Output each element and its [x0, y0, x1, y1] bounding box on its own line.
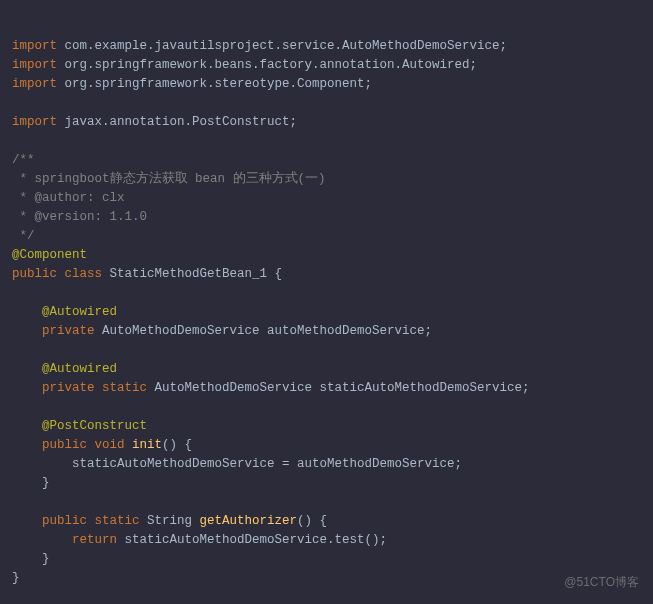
paren-open: () { [162, 438, 192, 452]
field-declaration: AutoMethodDemoService staticAutoMethodDe… [147, 381, 530, 395]
return-type: String [140, 514, 200, 528]
private-keyword: private [12, 381, 95, 395]
paren-open: () { [297, 514, 327, 528]
import-path: com.example.javautilsproject.service.Aut… [57, 39, 507, 53]
autowired-annotation: @Autowired [12, 362, 117, 376]
public-keyword: public [12, 514, 87, 528]
import-path: javax.annotation.PostConstruct; [57, 115, 297, 129]
import-path: org.springframework.stereotype.Component… [57, 77, 372, 91]
field-declaration: AutoMethodDemoService autoMethodDemoServ… [95, 324, 433, 338]
void-keyword: void [95, 438, 125, 452]
method-body: staticAutoMethodDemoService = autoMethod… [12, 457, 462, 471]
private-keyword: private [12, 324, 95, 338]
import-keyword: import [12, 39, 57, 53]
return-keyword: return [12, 533, 117, 547]
brace-close: } [12, 476, 50, 490]
public-keyword: public [12, 438, 87, 452]
code-block: import com.example.javautilsproject.serv… [12, 18, 641, 588]
postconstruct-annotation: @PostConstruct [12, 419, 147, 433]
class-name: StaticMethodGetBean_1 { [102, 267, 282, 281]
public-keyword: public [12, 267, 57, 281]
static-keyword: static [102, 381, 147, 395]
class-keyword: class [65, 267, 103, 281]
autowired-annotation: @Autowired [12, 305, 117, 319]
class-close: } [12, 571, 20, 585]
init-method: init [132, 438, 162, 452]
javadoc-line: * springboot静态方法获取 bean 的三种方式(一) [12, 172, 326, 186]
javadoc-line: * @version: 1.1.0 [12, 210, 147, 224]
import-keyword: import [12, 77, 57, 91]
import-path: org.springframework.beans.factory.annota… [57, 58, 477, 72]
javadoc-close: */ [12, 229, 35, 243]
brace-close: } [12, 552, 50, 566]
getauthorizer-method: getAuthorizer [200, 514, 298, 528]
import-keyword: import [12, 115, 57, 129]
return-expr: staticAutoMethodDemoService.test(); [117, 533, 387, 547]
import-keyword: import [12, 58, 57, 72]
static-keyword: static [95, 514, 140, 528]
watermark: @51CTO博客 [564, 573, 639, 592]
javadoc-line: * @author: clx [12, 191, 125, 205]
javadoc-open: /** [12, 153, 35, 167]
component-annotation: @Component [12, 248, 87, 262]
